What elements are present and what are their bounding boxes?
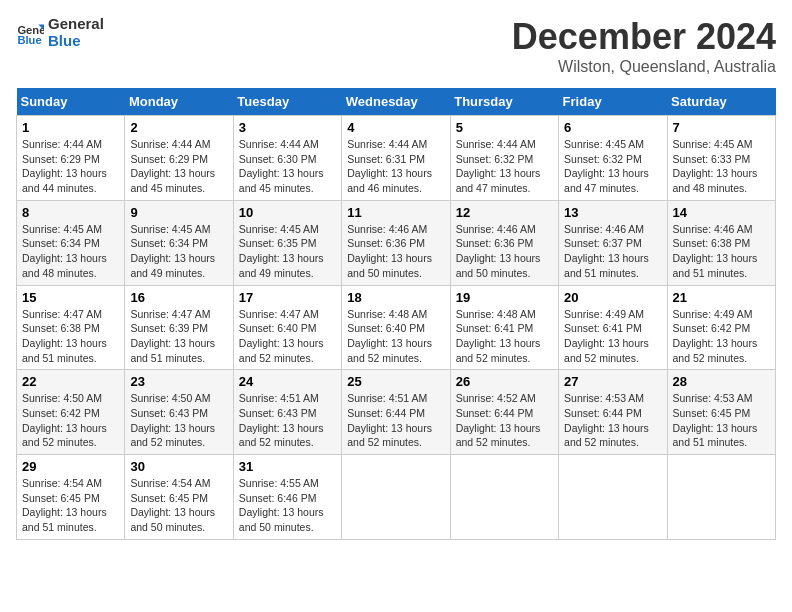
calendar-cell: 17 Sunrise: 4:47 AM Sunset: 6:40 PM Dayl… [233, 285, 341, 370]
day-number: 22 [22, 374, 119, 389]
day-info: Sunrise: 4:46 AM Sunset: 6:36 PM Dayligh… [347, 222, 444, 281]
day-number: 16 [130, 290, 227, 305]
day-info: Sunrise: 4:50 AM Sunset: 6:42 PM Dayligh… [22, 391, 119, 450]
calendar-cell: 21 Sunrise: 4:49 AM Sunset: 6:42 PM Dayl… [667, 285, 775, 370]
calendar-cell: 31 Sunrise: 4:55 AM Sunset: 6:46 PM Dayl… [233, 455, 341, 540]
calendar-cell: 11 Sunrise: 4:46 AM Sunset: 6:36 PM Dayl… [342, 200, 450, 285]
day-info: Sunrise: 4:45 AM Sunset: 6:34 PM Dayligh… [130, 222, 227, 281]
calendar-cell [667, 455, 775, 540]
calendar-cell: 20 Sunrise: 4:49 AM Sunset: 6:41 PM Dayl… [559, 285, 667, 370]
calendar-week-row: 1 Sunrise: 4:44 AM Sunset: 6:29 PM Dayli… [17, 116, 776, 201]
calendar-cell: 13 Sunrise: 4:46 AM Sunset: 6:37 PM Dayl… [559, 200, 667, 285]
day-number: 10 [239, 205, 336, 220]
calendar-week-row: 15 Sunrise: 4:47 AM Sunset: 6:38 PM Dayl… [17, 285, 776, 370]
day-number: 24 [239, 374, 336, 389]
day-info: Sunrise: 4:46 AM Sunset: 6:37 PM Dayligh… [564, 222, 661, 281]
calendar-cell: 8 Sunrise: 4:45 AM Sunset: 6:34 PM Dayli… [17, 200, 125, 285]
day-number: 25 [347, 374, 444, 389]
weekday-header-cell: Saturday [667, 88, 775, 116]
day-info: Sunrise: 4:44 AM Sunset: 6:31 PM Dayligh… [347, 137, 444, 196]
day-info: Sunrise: 4:46 AM Sunset: 6:36 PM Dayligh… [456, 222, 553, 281]
calendar-week-row: 22 Sunrise: 4:50 AM Sunset: 6:42 PM Dayl… [17, 370, 776, 455]
day-number: 4 [347, 120, 444, 135]
calendar-cell: 29 Sunrise: 4:54 AM Sunset: 6:45 PM Dayl… [17, 455, 125, 540]
day-number: 26 [456, 374, 553, 389]
day-number: 5 [456, 120, 553, 135]
logo: General Blue General Blue [16, 16, 104, 49]
svg-text:Blue: Blue [17, 34, 41, 46]
day-number: 1 [22, 120, 119, 135]
calendar-body: 1 Sunrise: 4:44 AM Sunset: 6:29 PM Dayli… [17, 116, 776, 540]
day-info: Sunrise: 4:48 AM Sunset: 6:40 PM Dayligh… [347, 307, 444, 366]
day-info: Sunrise: 4:54 AM Sunset: 6:45 PM Dayligh… [22, 476, 119, 535]
day-info: Sunrise: 4:46 AM Sunset: 6:38 PM Dayligh… [673, 222, 770, 281]
calendar-cell: 12 Sunrise: 4:46 AM Sunset: 6:36 PM Dayl… [450, 200, 558, 285]
day-number: 7 [673, 120, 770, 135]
calendar-week-row: 8 Sunrise: 4:45 AM Sunset: 6:34 PM Dayli… [17, 200, 776, 285]
day-number: 3 [239, 120, 336, 135]
day-info: Sunrise: 4:53 AM Sunset: 6:45 PM Dayligh… [673, 391, 770, 450]
day-info: Sunrise: 4:51 AM Sunset: 6:44 PM Dayligh… [347, 391, 444, 450]
calendar-subtitle: Wilston, Queensland, Australia [512, 58, 776, 76]
weekday-header-cell: Thursday [450, 88, 558, 116]
day-info: Sunrise: 4:54 AM Sunset: 6:45 PM Dayligh… [130, 476, 227, 535]
day-info: Sunrise: 4:47 AM Sunset: 6:38 PM Dayligh… [22, 307, 119, 366]
calendar-cell: 9 Sunrise: 4:45 AM Sunset: 6:34 PM Dayli… [125, 200, 233, 285]
calendar-cell: 3 Sunrise: 4:44 AM Sunset: 6:30 PM Dayli… [233, 116, 341, 201]
calendar-cell: 4 Sunrise: 4:44 AM Sunset: 6:31 PM Dayli… [342, 116, 450, 201]
day-number: 31 [239, 459, 336, 474]
day-info: Sunrise: 4:44 AM Sunset: 6:29 PM Dayligh… [130, 137, 227, 196]
day-info: Sunrise: 4:49 AM Sunset: 6:42 PM Dayligh… [673, 307, 770, 366]
day-info: Sunrise: 4:44 AM Sunset: 6:29 PM Dayligh… [22, 137, 119, 196]
day-info: Sunrise: 4:45 AM Sunset: 6:32 PM Dayligh… [564, 137, 661, 196]
calendar-cell: 10 Sunrise: 4:45 AM Sunset: 6:35 PM Dayl… [233, 200, 341, 285]
day-number: 6 [564, 120, 661, 135]
calendar-cell: 24 Sunrise: 4:51 AM Sunset: 6:43 PM Dayl… [233, 370, 341, 455]
day-number: 28 [673, 374, 770, 389]
day-info: Sunrise: 4:53 AM Sunset: 6:44 PM Dayligh… [564, 391, 661, 450]
day-number: 8 [22, 205, 119, 220]
calendar-cell: 23 Sunrise: 4:50 AM Sunset: 6:43 PM Dayl… [125, 370, 233, 455]
day-info: Sunrise: 4:49 AM Sunset: 6:41 PM Dayligh… [564, 307, 661, 366]
day-info: Sunrise: 4:45 AM Sunset: 6:34 PM Dayligh… [22, 222, 119, 281]
calendar-cell: 27 Sunrise: 4:53 AM Sunset: 6:44 PM Dayl… [559, 370, 667, 455]
day-number: 14 [673, 205, 770, 220]
day-number: 2 [130, 120, 227, 135]
day-number: 11 [347, 205, 444, 220]
weekday-header-cell: Sunday [17, 88, 125, 116]
calendar-cell: 5 Sunrise: 4:44 AM Sunset: 6:32 PM Dayli… [450, 116, 558, 201]
day-number: 21 [673, 290, 770, 305]
weekday-header-cell: Wednesday [342, 88, 450, 116]
day-info: Sunrise: 4:47 AM Sunset: 6:40 PM Dayligh… [239, 307, 336, 366]
calendar-week-row: 29 Sunrise: 4:54 AM Sunset: 6:45 PM Dayl… [17, 455, 776, 540]
weekday-header-cell: Tuesday [233, 88, 341, 116]
calendar-cell: 28 Sunrise: 4:53 AM Sunset: 6:45 PM Dayl… [667, 370, 775, 455]
day-number: 13 [564, 205, 661, 220]
calendar-cell [450, 455, 558, 540]
day-info: Sunrise: 4:45 AM Sunset: 6:33 PM Dayligh… [673, 137, 770, 196]
day-info: Sunrise: 4:45 AM Sunset: 6:35 PM Dayligh… [239, 222, 336, 281]
logo-line1: General [48, 16, 104, 33]
day-number: 17 [239, 290, 336, 305]
calendar-cell: 22 Sunrise: 4:50 AM Sunset: 6:42 PM Dayl… [17, 370, 125, 455]
calendar-cell: 19 Sunrise: 4:48 AM Sunset: 6:41 PM Dayl… [450, 285, 558, 370]
day-number: 29 [22, 459, 119, 474]
calendar-cell: 6 Sunrise: 4:45 AM Sunset: 6:32 PM Dayli… [559, 116, 667, 201]
calendar-cell: 7 Sunrise: 4:45 AM Sunset: 6:33 PM Dayli… [667, 116, 775, 201]
day-info: Sunrise: 4:44 AM Sunset: 6:32 PM Dayligh… [456, 137, 553, 196]
calendar-cell: 2 Sunrise: 4:44 AM Sunset: 6:29 PM Dayli… [125, 116, 233, 201]
calendar-cell: 30 Sunrise: 4:54 AM Sunset: 6:45 PM Dayl… [125, 455, 233, 540]
day-number: 19 [456, 290, 553, 305]
logo-icon: General Blue [16, 19, 44, 47]
calendar-title: December 2024 [512, 16, 776, 58]
calendar-table: SundayMondayTuesdayWednesdayThursdayFrid… [16, 88, 776, 540]
day-info: Sunrise: 4:44 AM Sunset: 6:30 PM Dayligh… [239, 137, 336, 196]
calendar-cell [342, 455, 450, 540]
weekday-header-cell: Monday [125, 88, 233, 116]
calendar-cell: 15 Sunrise: 4:47 AM Sunset: 6:38 PM Dayl… [17, 285, 125, 370]
logo-line2: Blue [48, 33, 104, 50]
day-number: 9 [130, 205, 227, 220]
day-info: Sunrise: 4:48 AM Sunset: 6:41 PM Dayligh… [456, 307, 553, 366]
calendar-cell [559, 455, 667, 540]
day-number: 15 [22, 290, 119, 305]
